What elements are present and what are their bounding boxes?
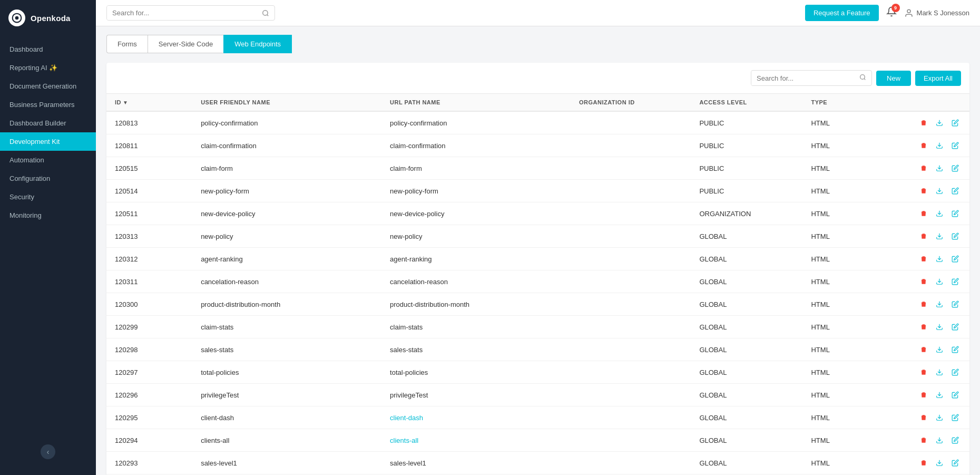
cell-access: GLOBAL: [691, 338, 802, 361]
table-row: 120295client-dashclient-dashGLOBALHTML: [106, 406, 969, 429]
export-button[interactable]: Export All: [915, 71, 961, 86]
cell-url: new-policy-form: [381, 180, 571, 202]
download-button[interactable]: [934, 457, 945, 469]
edit-button[interactable]: [949, 389, 961, 401]
download-button[interactable]: [934, 344, 945, 355]
edit-button[interactable]: [949, 366, 961, 378]
cell-org: [571, 225, 691, 248]
sidebar-item-dashboard[interactable]: Dashboard: [0, 40, 96, 59]
cell-name: claim-form: [192, 157, 381, 180]
edit-button[interactable]: [949, 208, 961, 219]
table-search-input[interactable]: [751, 71, 854, 85]
edit-button[interactable]: [949, 140, 961, 151]
edit-button[interactable]: [949, 276, 961, 287]
delete-button[interactable]: [918, 321, 929, 333]
delete-button[interactable]: [918, 434, 929, 446]
download-button[interactable]: [934, 140, 945, 151]
cell-org: [571, 293, 691, 316]
download-button[interactable]: [934, 117, 945, 129]
delete-button[interactable]: [918, 276, 929, 287]
download-button[interactable]: [934, 185, 945, 197]
user-info[interactable]: Mark S Jonesson: [904, 8, 969, 18]
table-search-button[interactable]: [854, 71, 871, 85]
sidebar-item-automation[interactable]: Automation: [0, 151, 96, 169]
sidebar-collapse-button[interactable]: ‹: [41, 444, 55, 459]
edit-button[interactable]: [949, 298, 961, 310]
topbar-search-input[interactable]: [107, 6, 257, 20]
delete-button[interactable]: [918, 389, 929, 401]
edit-button[interactable]: [949, 230, 961, 242]
tab-forms[interactable]: Forms: [106, 35, 148, 53]
tab-server-side-code[interactable]: Server-Side Code: [148, 35, 223, 53]
edit-button[interactable]: [949, 162, 961, 174]
cell-org: [571, 452, 691, 474]
delete-button[interactable]: [918, 208, 929, 219]
cell-type: HTML: [802, 384, 871, 406]
delete-button[interactable]: [918, 412, 929, 423]
cell-org: [571, 429, 691, 452]
sidebar-item-business-parameters[interactable]: Business Parameters: [0, 95, 96, 114]
sidebar-item-reporting-ai[interactable]: Reporting AI ✨: [0, 59, 96, 77]
cell-url[interactable]: client-dash: [381, 406, 571, 429]
download-button[interactable]: [934, 321, 945, 333]
cell-name: sales-stats: [192, 338, 381, 361]
edit-button[interactable]: [949, 434, 961, 446]
download-button[interactable]: [934, 230, 945, 242]
edit-button[interactable]: [949, 321, 961, 333]
sidebar-nav: DashboardReporting AI ✨Document Generati…: [0, 36, 96, 475]
request-feature-button[interactable]: Request a Feature: [805, 5, 879, 21]
table-row: 120293sales-level1sales-level1GLOBALHTML: [106, 452, 969, 474]
edit-button[interactable]: [949, 185, 961, 197]
search-icon: [262, 9, 269, 17]
cell-url[interactable]: clients-all: [381, 429, 571, 452]
download-button[interactable]: [934, 412, 945, 423]
delete-button[interactable]: [918, 185, 929, 197]
sidebar-item-configuration[interactable]: Configuration: [0, 169, 96, 188]
cell-access: GLOBAL: [691, 248, 802, 270]
url-link[interactable]: clients-all: [390, 437, 418, 444]
cell-type: HTML: [802, 134, 871, 157]
sidebar-item-dashboard-builder[interactable]: Dashboard Builder: [0, 114, 96, 132]
url-link[interactable]: client-dash: [390, 414, 423, 422]
download-button[interactable]: [934, 253, 945, 265]
delete-button[interactable]: [918, 366, 929, 378]
delete-button[interactable]: [918, 117, 929, 129]
tab-web-endpoints[interactable]: Web Endpoints: [223, 35, 292, 53]
delete-button[interactable]: [918, 162, 929, 174]
sidebar-item-development-kit[interactable]: Development Kit: [0, 132, 96, 151]
delete-button[interactable]: [918, 344, 929, 355]
cell-name: new-policy-form: [192, 180, 381, 202]
sidebar-item-security[interactable]: Security: [0, 188, 96, 206]
cell-url: privilegeTest: [381, 384, 571, 406]
download-button[interactable]: [934, 208, 945, 219]
delete-button[interactable]: [918, 253, 929, 265]
download-button[interactable]: [934, 298, 945, 310]
cell-url: sales-stats: [381, 338, 571, 361]
new-button[interactable]: New: [876, 71, 911, 86]
download-button[interactable]: [934, 389, 945, 401]
col-header-id[interactable]: ID▼: [106, 94, 192, 111]
download-button[interactable]: [934, 434, 945, 446]
sidebar-item-document-generation[interactable]: Document Generation: [0, 77, 96, 95]
cell-name: client-dash: [192, 406, 381, 429]
delete-button[interactable]: [918, 140, 929, 151]
tabs-bar: FormsServer-Side CodeWeb Endpoints: [106, 35, 969, 53]
cell-id: 120299: [106, 316, 192, 338]
notification-bell[interactable]: 9: [886, 6, 897, 20]
user-name: Mark S Jonesson: [917, 9, 969, 17]
sidebar-item-monitoring[interactable]: Monitoring: [0, 206, 96, 225]
download-button[interactable]: [934, 366, 945, 378]
topbar-search-button[interactable]: [257, 6, 275, 20]
edit-button[interactable]: [949, 117, 961, 129]
edit-button[interactable]: [949, 412, 961, 423]
download-button[interactable]: [934, 276, 945, 287]
cell-actions: [871, 157, 969, 180]
cell-id: 120295: [106, 406, 192, 429]
edit-button[interactable]: [949, 344, 961, 355]
edit-button[interactable]: [949, 253, 961, 265]
delete-button[interactable]: [918, 298, 929, 310]
download-button[interactable]: [934, 162, 945, 174]
delete-button[interactable]: [918, 457, 929, 469]
delete-button[interactable]: [918, 230, 929, 242]
edit-button[interactable]: [949, 457, 961, 469]
